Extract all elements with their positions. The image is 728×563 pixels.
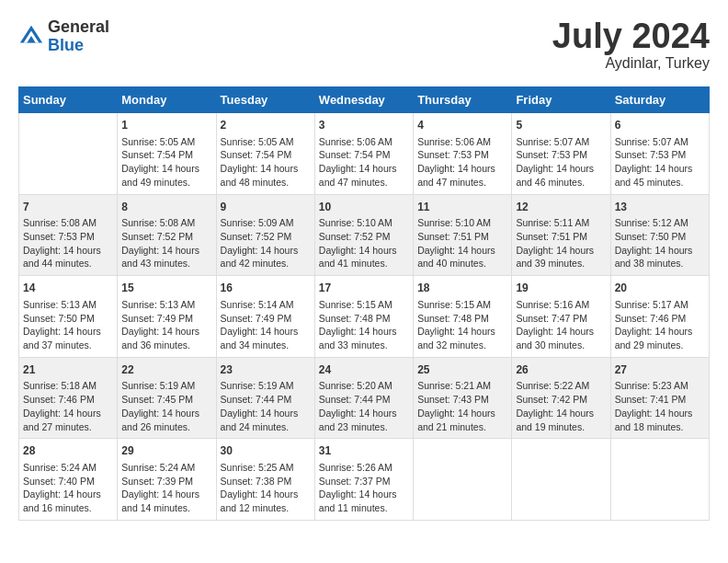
calendar-cell: 11Sunrise: 5:10 AMSunset: 7:51 PMDayligh… xyxy=(414,194,512,276)
col-wednesday: Wednesday xyxy=(314,87,413,113)
calendar-cell: 27Sunrise: 5:23 AMSunset: 7:41 PMDayligh… xyxy=(610,357,709,439)
day-number: 18 xyxy=(417,281,507,296)
calendar-cell: 1Sunrise: 5:05 AMSunset: 7:54 PMDaylight… xyxy=(118,113,216,195)
day-number: 20 xyxy=(615,281,705,296)
calendar-cell xyxy=(512,439,610,521)
day-number: 27 xyxy=(615,362,705,378)
day-number: 7 xyxy=(23,200,113,215)
sunrise-text: Sunrise: 5:19 AMSunset: 7:45 PMDaylight:… xyxy=(121,380,199,431)
calendar-cell: 5Sunrise: 5:07 AMSunset: 7:53 PMDaylight… xyxy=(512,113,610,195)
day-number: 14 xyxy=(23,281,113,296)
header-row: Sunday Monday Tuesday Wednesday Thursday… xyxy=(19,87,710,113)
logo-text: General Blue xyxy=(48,18,109,55)
sunrise-text: Sunrise: 5:11 AMSunset: 7:51 PMDaylight:… xyxy=(516,217,594,269)
day-number: 16 xyxy=(221,281,311,296)
col-tuesday: Tuesday xyxy=(216,87,314,113)
calendar-cell: 29Sunrise: 5:24 AMSunset: 7:39 PMDayligh… xyxy=(118,439,216,521)
sunrise-text: Sunrise: 5:24 AMSunset: 7:39 PMDaylight:… xyxy=(121,462,199,513)
calendar-cell: 3Sunrise: 5:06 AMSunset: 7:54 PMDaylight… xyxy=(314,113,413,195)
calendar-cell: 17Sunrise: 5:15 AMSunset: 7:48 PMDayligh… xyxy=(314,276,413,358)
col-thursday: Thursday xyxy=(414,87,512,113)
sunrise-text: Sunrise: 5:25 AMSunset: 7:38 PMDaylight:… xyxy=(221,462,299,513)
sunrise-text: Sunrise: 5:09 AMSunset: 7:52 PMDaylight:… xyxy=(221,217,299,269)
day-number: 25 xyxy=(417,362,507,378)
day-number: 1 xyxy=(121,118,211,133)
calendar-location: Aydinlar, Turkey xyxy=(552,55,710,72)
col-sunday: Sunday xyxy=(19,87,118,113)
sunrise-text: Sunrise: 5:07 AMSunset: 7:53 PMDaylight:… xyxy=(615,136,693,188)
page-header: General Blue July 2024 Aydinlar, Turkey xyxy=(18,18,710,72)
calendar-week-2: 14Sunrise: 5:13 AMSunset: 7:50 PMDayligh… xyxy=(19,276,710,358)
sunrise-text: Sunrise: 5:13 AMSunset: 7:50 PMDaylight:… xyxy=(23,299,101,350)
calendar-cell: 9Sunrise: 5:09 AMSunset: 7:52 PMDaylight… xyxy=(216,194,314,276)
day-number: 29 xyxy=(121,443,211,459)
day-number: 12 xyxy=(516,200,606,215)
sunrise-text: Sunrise: 5:06 AMSunset: 7:54 PMDaylight:… xyxy=(319,136,397,188)
col-friday: Friday xyxy=(512,87,610,113)
day-number: 11 xyxy=(417,200,507,215)
logo-general-text: General xyxy=(48,18,109,37)
sunrise-text: Sunrise: 5:18 AMSunset: 7:46 PMDaylight:… xyxy=(23,380,101,431)
calendar-cell: 8Sunrise: 5:08 AMSunset: 7:52 PMDaylight… xyxy=(118,194,216,276)
day-number: 21 xyxy=(23,362,113,378)
day-number: 30 xyxy=(221,443,311,459)
sunrise-text: Sunrise: 5:14 AMSunset: 7:49 PMDaylight:… xyxy=(221,299,299,350)
sunrise-text: Sunrise: 5:20 AMSunset: 7:44 PMDaylight:… xyxy=(319,380,397,431)
day-number: 8 xyxy=(121,200,211,215)
title-block: July 2024 Aydinlar, Turkey xyxy=(552,18,710,72)
calendar-week-0: 1Sunrise: 5:05 AMSunset: 7:54 PMDaylight… xyxy=(19,113,710,195)
day-number: 10 xyxy=(319,200,409,215)
day-number: 28 xyxy=(23,443,113,459)
logo-blue-text: Blue xyxy=(48,37,109,55)
calendar-cell: 6Sunrise: 5:07 AMSunset: 7:53 PMDaylight… xyxy=(610,113,709,195)
sunrise-text: Sunrise: 5:05 AMSunset: 7:54 PMDaylight:… xyxy=(121,136,199,188)
day-number: 23 xyxy=(221,362,311,378)
calendar-cell: 23Sunrise: 5:19 AMSunset: 7:44 PMDayligh… xyxy=(216,357,314,439)
sunrise-text: Sunrise: 5:10 AMSunset: 7:51 PMDaylight:… xyxy=(417,217,495,269)
calendar-cell: 16Sunrise: 5:14 AMSunset: 7:49 PMDayligh… xyxy=(216,276,314,358)
day-number: 19 xyxy=(516,281,606,296)
calendar-cell xyxy=(19,113,118,195)
calendar-cell: 14Sunrise: 5:13 AMSunset: 7:50 PMDayligh… xyxy=(19,276,118,358)
calendar-header: Sunday Monday Tuesday Wednesday Thursday… xyxy=(19,87,710,113)
calendar-cell: 24Sunrise: 5:20 AMSunset: 7:44 PMDayligh… xyxy=(314,357,413,439)
calendar-cell: 10Sunrise: 5:10 AMSunset: 7:52 PMDayligh… xyxy=(314,194,413,276)
day-number: 22 xyxy=(121,362,211,378)
calendar-cell: 2Sunrise: 5:05 AMSunset: 7:54 PMDaylight… xyxy=(216,113,314,195)
day-number: 5 xyxy=(516,118,606,133)
sunrise-text: Sunrise: 5:15 AMSunset: 7:48 PMDaylight:… xyxy=(319,299,397,350)
logo: General Blue xyxy=(18,18,109,55)
sunrise-text: Sunrise: 5:26 AMSunset: 7:37 PMDaylight:… xyxy=(319,462,397,513)
calendar-cell: 19Sunrise: 5:16 AMSunset: 7:47 PMDayligh… xyxy=(512,276,610,358)
calendar-cell: 12Sunrise: 5:11 AMSunset: 7:51 PMDayligh… xyxy=(512,194,610,276)
sunrise-text: Sunrise: 5:12 AMSunset: 7:50 PMDaylight:… xyxy=(615,217,693,269)
day-number: 4 xyxy=(417,118,507,133)
calendar-cell: 26Sunrise: 5:22 AMSunset: 7:42 PMDayligh… xyxy=(512,357,610,439)
calendar-cell xyxy=(610,439,709,521)
day-number: 6 xyxy=(615,118,705,133)
calendar-cell: 30Sunrise: 5:25 AMSunset: 7:38 PMDayligh… xyxy=(216,439,314,521)
calendar-cell: 20Sunrise: 5:17 AMSunset: 7:46 PMDayligh… xyxy=(610,276,709,358)
sunrise-text: Sunrise: 5:10 AMSunset: 7:52 PMDaylight:… xyxy=(319,217,397,269)
sunrise-text: Sunrise: 5:13 AMSunset: 7:49 PMDaylight:… xyxy=(121,299,199,350)
sunrise-text: Sunrise: 5:24 AMSunset: 7:40 PMDaylight:… xyxy=(23,462,101,513)
sunrise-text: Sunrise: 5:07 AMSunset: 7:53 PMDaylight:… xyxy=(516,136,594,188)
calendar-cell: 4Sunrise: 5:06 AMSunset: 7:53 PMDaylight… xyxy=(414,113,512,195)
sunrise-text: Sunrise: 5:15 AMSunset: 7:48 PMDaylight:… xyxy=(417,299,495,350)
sunrise-text: Sunrise: 5:19 AMSunset: 7:44 PMDaylight:… xyxy=(221,380,299,431)
day-number: 2 xyxy=(221,118,311,133)
sunrise-text: Sunrise: 5:21 AMSunset: 7:43 PMDaylight:… xyxy=(417,380,495,431)
sunrise-text: Sunrise: 5:06 AMSunset: 7:53 PMDaylight:… xyxy=(417,136,495,188)
calendar-body: 1Sunrise: 5:05 AMSunset: 7:54 PMDaylight… xyxy=(19,113,710,521)
sunrise-text: Sunrise: 5:05 AMSunset: 7:54 PMDaylight:… xyxy=(221,136,299,188)
calendar-cell xyxy=(414,439,512,521)
calendar-cell: 21Sunrise: 5:18 AMSunset: 7:46 PMDayligh… xyxy=(19,357,118,439)
day-number: 24 xyxy=(319,362,409,378)
logo-icon xyxy=(18,24,44,50)
calendar-cell: 22Sunrise: 5:19 AMSunset: 7:45 PMDayligh… xyxy=(118,357,216,439)
calendar-cell: 15Sunrise: 5:13 AMSunset: 7:49 PMDayligh… xyxy=(118,276,216,358)
calendar-table: Sunday Monday Tuesday Wednesday Thursday… xyxy=(18,86,710,521)
sunrise-text: Sunrise: 5:16 AMSunset: 7:47 PMDaylight:… xyxy=(516,299,594,350)
day-number: 13 xyxy=(615,200,705,215)
col-monday: Monday xyxy=(118,87,216,113)
